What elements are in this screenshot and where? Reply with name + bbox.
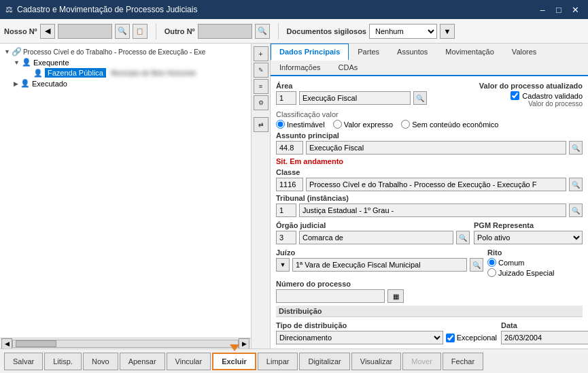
radio-inestimavel[interactable]: Inestimável [276,120,325,129]
radio-sem-conteudo[interactable]: Sem conteúdo econômico [401,120,498,129]
maximize-button[interactable]: □ [551,3,566,16]
right-panel: Dados Principais Partes Assuntos Movimen… [271,44,588,348]
data-label: Data [501,321,583,329]
executado-label: Executado [32,80,67,88]
outro-input[interactable] [198,24,252,39]
rito-juizado[interactable]: Juizado Especial [487,268,583,277]
person-icon-executado: 👤 [20,79,30,88]
pgm-select[interactable]: Polo ativo [474,231,583,244]
cadastro-validado-check[interactable] [511,91,519,100]
area-num-input[interactable] [276,91,296,105]
tribunal-num-input[interactable] [276,204,296,217]
documentos-dropdown-btn[interactable]: ▼ [440,24,455,39]
tree-root[interactable]: ▼ 🔗 Processo Cível e do Trabalho - Proce… [3,46,248,57]
excluir-button[interactable]: Excluir [212,353,256,370]
excepcional-checkbox[interactable]: Excepcional [446,334,497,342]
vincular-button[interactable]: Vincular [167,353,211,370]
data-input[interactable] [501,331,588,344]
app-title: Cadastro e Movimentação de Processos Jud… [17,5,197,14]
orgao-num-input[interactable] [276,231,296,244]
exequente-label: Exequente [33,59,69,67]
tab-cdas[interactable]: CDAs [330,59,367,75]
area-value-input[interactable] [299,91,411,105]
expand-icon-3: ▶ [14,80,18,87]
tabs: Dados Principais Partes Assuntos Movimen… [271,44,588,76]
juizo-label: Juízo [276,248,483,257]
bottom-bar: .excluir-wrapper { position: relative; }… [0,348,588,373]
numero-input[interactable] [276,289,385,303]
side-actions: + ✎ ≡ ⚙ ⇄ [252,44,271,348]
tree-exequente[interactable]: ▼ 👤 Exequente [12,57,248,67]
classe-value-input[interactable] [306,178,566,191]
assunto-value-input[interactable] [306,141,566,155]
orgao-value-input[interactable] [299,231,453,244]
numero-barcode-btn[interactable]: ▦ [387,289,404,303]
area-search-btn[interactable]: 🔍 [413,91,427,105]
nosso-back-button[interactable]: ◀ [40,24,55,39]
scroll-left-btn[interactable]: ◀ [1,338,12,349]
classe-label: Classe [276,168,583,176]
juizo-search-btn[interactable]: 🔍 [470,258,483,272]
classe-num-input[interactable] [276,178,303,191]
tab-assuntos[interactable]: Assuntos [388,44,436,59]
mover-button: Mover [402,353,441,370]
copy-button[interactable]: 📋 [133,24,148,39]
documentos-select[interactable]: Nenhum [369,24,437,39]
apensar-button[interactable]: Apensar [120,353,165,370]
tipo-select[interactable]: Direcionamento [276,331,443,344]
nosso-label: Nosso Nº [4,27,37,35]
action-btn-4[interactable]: ⚙ [254,95,269,110]
tree-fazenda[interactable]: 👤 Fazenda Pública Município de Belo Hori… [22,67,248,78]
orange-arrow [230,344,239,351]
documentos-label: Documentos sigilosos [287,27,366,35]
juizo-dropdown-btn[interactable]: ▼ [276,258,290,272]
fechar-button[interactable]: Fechar [443,353,483,370]
tribunal-search-btn[interactable]: 🔍 [569,204,583,217]
action-btn-3[interactable]: ≡ [254,79,269,94]
action-btn-5[interactable]: ⇄ [254,117,269,132]
action-btn-1[interactable]: + [254,46,269,61]
tab-informacoes[interactable]: Informações [271,59,330,75]
action-btn-2[interactable]: ✎ [254,63,269,78]
tribunal-value-input[interactable] [299,204,566,217]
scroll-right-btn[interactable]: ▶ [239,338,249,349]
juizo-value-input[interactable] [292,258,467,272]
novo-button[interactable]: Novo [83,353,118,370]
scroll-thumb[interactable] [16,340,56,347]
radio-valor-expresso[interactable]: Valor expresso [333,120,394,129]
classe-search-btn[interactable]: 🔍 [569,178,583,191]
visualizar-button[interactable]: Visualizar [351,353,402,370]
tree-root-icon: 🔗 [12,47,22,56]
title-bar: ⚖ Cadastro e Movimentação de Processos J… [0,0,588,19]
tab-valores[interactable]: Valores [503,44,545,59]
app-icon: ⚖ [5,5,13,14]
outro-label: Outro Nº [165,27,195,35]
fazenda-label: Fazenda Pública [45,68,106,78]
classificacao-label: Classificação valor [276,110,339,118]
nosso-input[interactable] [58,24,112,39]
digitalizar-button[interactable]: Digitalizar [299,353,349,370]
valor-processo-label2: Valor do processo [432,100,583,108]
rito-comum[interactable]: Comum [487,258,583,267]
area-label: Área [276,82,427,90]
excluir-wrapper: Excluir [212,353,256,370]
limpar-button[interactable]: Limpar [258,353,298,370]
minimize-button[interactable]: – [535,3,550,16]
tab-movimentacao[interactable]: Movimentação [436,44,503,59]
orgao-search-btn[interactable]: 🔍 [456,231,470,244]
expand-icon: ▼ [4,48,10,55]
assunto-num-input[interactable] [276,141,303,155]
nosso-search-button[interactable]: 🔍 [115,24,130,39]
tree-executado[interactable]: ▶ 👤 Executado [12,78,248,88]
rito-label: Rito [487,248,583,257]
tribunal-label: Tribunal (instâncias) [276,194,583,202]
assunto-search-btn[interactable]: 🔍 [569,141,583,155]
orgao-label: Órgão judicial [276,221,470,229]
tab-partes[interactable]: Partes [349,44,388,59]
litisp-button[interactable]: Litisp. [44,353,82,370]
tab-dados-principais[interactable]: Dados Principais [271,44,349,61]
outro-search-button[interactable]: 🔍 [255,24,270,39]
expand-icon-2: ▼ [14,59,20,66]
salvar-button[interactable]: Salvar [4,353,43,370]
close-button[interactable]: ✕ [568,3,583,16]
